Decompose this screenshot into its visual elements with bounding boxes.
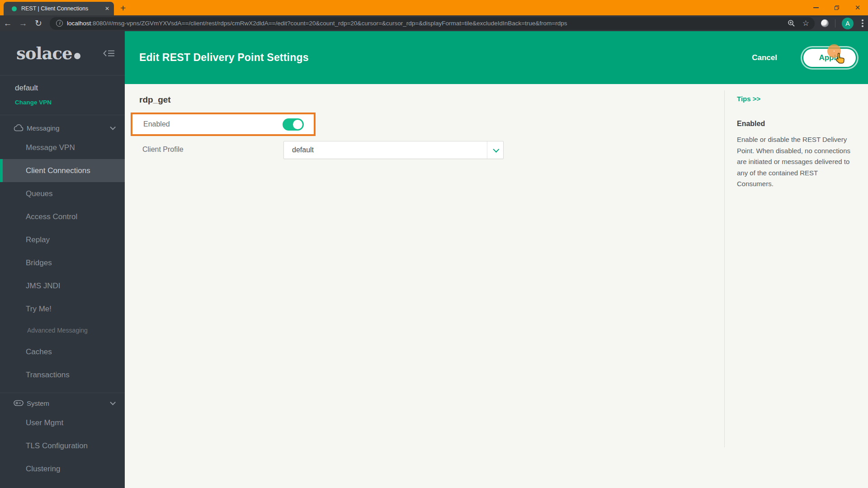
sidebar-item-bridges[interactable]: Bridges <box>0 251 125 274</box>
enabled-label: Enabled <box>143 120 170 128</box>
current-vpn-name: default <box>15 84 125 93</box>
chevron-down-icon <box>110 124 116 130</box>
tab-favicon <box>12 6 17 11</box>
page-title: Edit REST Delivery Point Settings <box>139 52 309 64</box>
chevron-down-icon <box>110 399 116 405</box>
sidebar-item-client-connections[interactable]: Client Connections <box>0 159 125 182</box>
sidebar-item-clustering[interactable]: Clustering <box>0 457 125 480</box>
apply-button[interactable]: Apply <box>803 49 856 67</box>
url-bar[interactable]: i localhost:8080/#/msg-vpns/ZGVmYXVsdA==… <box>50 17 815 30</box>
sidebar-nav: Messaging Message VPN Client Connections… <box>0 115 125 480</box>
profile-avatar[interactable]: A <box>842 18 854 29</box>
url-host: localhost <box>67 20 91 27</box>
cloud-icon <box>14 124 24 131</box>
window-controls: ✕ <box>806 0 868 15</box>
reload-icon[interactable]: ↻ <box>31 18 46 28</box>
tab-close-icon[interactable]: ✕ <box>105 5 109 12</box>
client-profile-dropdown[interactable]: default <box>283 141 504 159</box>
sidebar-item-access-control[interactable]: Access Control <box>0 205 125 228</box>
sidebar-item-caches[interactable]: Caches <box>0 340 125 363</box>
sidebar-item-tls-configuration[interactable]: TLS Configuration <box>0 434 125 457</box>
sidebar-item-replay[interactable]: Replay <box>0 228 125 251</box>
tips-link[interactable]: Tips >> <box>737 95 854 103</box>
browser-menu-icon[interactable] <box>860 19 868 27</box>
forward-icon[interactable]: → <box>15 19 31 28</box>
enabled-field-highlight: Enabled <box>131 113 316 136</box>
chevron-down-icon <box>493 146 499 153</box>
url-text[interactable]: localhost:8080/#/msg-vpns/ZGVmYXVsdA==/c… <box>67 20 783 27</box>
cancel-button[interactable]: Cancel <box>752 53 777 62</box>
bookmark-star-icon[interactable]: ☆ <box>802 19 809 28</box>
sidebar-section-messaging[interactable]: Messaging <box>0 120 125 136</box>
extension-icon[interactable] <box>821 19 829 27</box>
rdp-name-heading: rdp_get <box>139 95 171 105</box>
sidebar-section-system[interactable]: System <box>0 395 125 411</box>
solace-logo-dot <box>74 53 80 59</box>
tips-body: Enable or disable the REST Delivery Poin… <box>737 134 855 190</box>
sidebar-item-message-vpn[interactable]: Message VPN <box>0 136 125 159</box>
minimize-button[interactable] <box>806 0 826 15</box>
tips-heading: Enabled <box>737 120 854 128</box>
site-info-icon[interactable]: i <box>56 20 63 27</box>
sidebar-item-transactions[interactable]: Transactions <box>0 363 125 386</box>
url-path: :8080/#/msg-vpns/ZGVmYXVsdA==/client/res… <box>91 20 567 27</box>
change-vpn-link[interactable]: Change VPN <box>15 99 125 106</box>
new-tab-button[interactable]: + <box>120 3 126 13</box>
restore-button[interactable] <box>826 0 847 15</box>
sidebar-subsection-advanced-messaging[interactable]: Advanced Messaging <box>0 320 125 340</box>
page-header: Edit REST Delivery Point Settings Cancel… <box>125 31 868 84</box>
tab-title: REST | Client Connections <box>21 5 101 12</box>
sidebar-item-queues[interactable]: Queues <box>0 182 125 205</box>
tips-panel: Tips >> Enabled Enable or disable the RE… <box>724 90 868 447</box>
dropdown-caret-cell[interactable] <box>487 141 503 159</box>
client-profile-label: Client Profile <box>142 145 184 154</box>
toggle-knob <box>293 120 302 129</box>
zoom-page-icon[interactable] <box>788 19 795 27</box>
system-icon <box>14 400 24 406</box>
sidebar-collapse-icon[interactable] <box>103 49 115 58</box>
sidebar-item-try-me[interactable]: Try Me! <box>0 297 125 320</box>
back-icon[interactable]: ← <box>0 19 15 28</box>
client-profile-value: default <box>284 146 487 154</box>
sidebar-item-user-mgmt[interactable]: User Mgmt <box>0 411 125 434</box>
main-content: rdp_get Enabled Client Profile default T… <box>125 84 868 488</box>
sidebar-item-jms-jndi[interactable]: JMS JNDI <box>0 274 125 297</box>
sidebar: solace default Change VPN Messaging Mess… <box>0 31 125 488</box>
browser-tab[interactable]: REST | Client Connections ✕ <box>4 2 114 15</box>
solace-logo: solace <box>16 43 80 63</box>
close-button[interactable]: ✕ <box>847 0 868 15</box>
browser-toolbar: ← → ↻ i localhost:8080/#/msg-vpns/ZGVmYX… <box>0 15 868 31</box>
enabled-toggle[interactable] <box>283 118 304 131</box>
toolbar-separator <box>835 19 835 28</box>
tab-strip: REST | Client Connections ✕ + ✕ <box>0 0 868 15</box>
browser-window: REST | Client Connections ✕ + ✕ ← → ↻ i … <box>0 0 868 488</box>
